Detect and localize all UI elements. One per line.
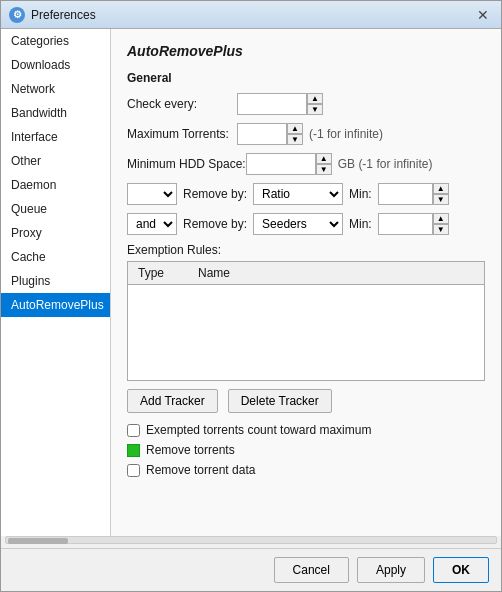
title-bar: ⚙ Preferences ✕	[1, 1, 501, 29]
min-down-1[interactable]: ▼	[433, 194, 449, 205]
min-input-1[interactable]: 1.000	[378, 183, 433, 205]
min-spinner-btns-2: ▲ ▼	[433, 213, 449, 235]
min-hdd-spinner: -1.000 ▲ ▼	[246, 153, 332, 175]
check-every-down[interactable]: ▼	[307, 104, 323, 115]
sidebar-item-daemon[interactable]: Daemon	[1, 173, 110, 197]
min-label-2: Min:	[349, 217, 372, 231]
apply-button[interactable]: Apply	[357, 557, 425, 583]
tracker-btn-row: Add Tracker Delete Tracker	[127, 389, 485, 413]
remove-row-1: Remove by: Ratio Seeders Min: 1.000 ▲ ▼	[127, 183, 485, 205]
scrollbar-area	[5, 536, 497, 544]
checkbox-row-3: Remove torrent data	[127, 463, 485, 477]
sidebar-item-proxy[interactable]: Proxy	[1, 221, 110, 245]
check-every-spinner-btns: ▲ ▼	[307, 93, 323, 115]
max-torrents-label: Maximum Torrents:	[127, 127, 237, 141]
cancel-button[interactable]: Cancel	[274, 557, 349, 583]
col-name: Name	[194, 264, 478, 282]
sidebar-item-plugins[interactable]: Plugins	[1, 269, 110, 293]
min-down-2[interactable]: ▼	[433, 224, 449, 235]
ok-button[interactable]: OK	[433, 557, 489, 583]
remove-torrent-data-label: Remove torrent data	[146, 463, 255, 477]
min-hdd-row: Minimum HDD Space: -1.000 ▲ ▼ GB (-1 for…	[127, 153, 485, 175]
exemption-table: Type Name	[127, 261, 485, 381]
min-label-1: Min:	[349, 187, 372, 201]
exemption-section: Exemption Rules: Type Name Add Tracker D…	[127, 243, 485, 477]
remove-prefix-select-1[interactable]	[127, 183, 177, 205]
sidebar-item-network[interactable]: Network	[1, 77, 110, 101]
remove-by-label-2: Remove by:	[183, 217, 247, 231]
checkbox-row-2: Remove torrents	[127, 443, 485, 457]
check-every-input[interactable]: 0.5000	[237, 93, 307, 115]
max-torrents-input[interactable]: -1	[237, 123, 287, 145]
sidebar-item-interface[interactable]: Interface	[1, 125, 110, 149]
min-hdd-unit: GB (-1 for infinite)	[338, 157, 433, 171]
min-hdd-input[interactable]: -1.000	[246, 153, 316, 175]
max-torrents-row: Maximum Torrents: -1 ▲ ▼ (-1 for infinit…	[127, 123, 485, 145]
check-every-up[interactable]: ▲	[307, 93, 323, 104]
exemption-table-header: Type Name	[128, 262, 484, 285]
min-spinner-btns-1: ▲ ▼	[433, 183, 449, 205]
remove-by-select-1[interactable]: Ratio Seeders	[253, 183, 343, 205]
remove-prefix-select-2[interactable]: and or	[127, 213, 177, 235]
min-hdd-up[interactable]: ▲	[316, 153, 332, 164]
check-every-label: Check every:	[127, 97, 237, 111]
checkbox-row-1: Exempted torrents count toward maximum	[127, 423, 485, 437]
preferences-window: ⚙ Preferences ✕ Categories Downloads Net…	[0, 0, 502, 592]
min-up-2[interactable]: ▲	[433, 213, 449, 224]
min-hdd-spinner-btns: ▲ ▼	[316, 153, 332, 175]
max-torrents-down[interactable]: ▼	[287, 134, 303, 145]
app-icon: ⚙	[9, 7, 25, 23]
footer: Cancel Apply OK	[1, 548, 501, 591]
window-title: Preferences	[31, 8, 473, 22]
remove-torrents-indicator	[127, 444, 140, 457]
main-content: Categories Downloads Network Bandwidth I…	[1, 29, 501, 536]
close-button[interactable]: ✕	[473, 5, 493, 25]
sidebar-item-cache[interactable]: Cache	[1, 245, 110, 269]
remove-torrent-data-checkbox[interactable]	[127, 464, 140, 477]
section-title: AutoRemovePlus	[127, 43, 485, 59]
min-hdd-down[interactable]: ▼	[316, 164, 332, 175]
exempted-torrents-label: Exempted torrents count toward maximum	[146, 423, 371, 437]
remove-by-label-1: Remove by:	[183, 187, 247, 201]
min-input-2[interactable]: 5.000	[378, 213, 433, 235]
min-spinner-1: 1.000 ▲ ▼	[378, 183, 449, 205]
sidebar-item-categories[interactable]: Categories	[1, 29, 110, 53]
exemption-label: Exemption Rules:	[127, 243, 485, 257]
sidebar-item-queue[interactable]: Queue	[1, 197, 110, 221]
col-type: Type	[134, 264, 194, 282]
sidebar-item-downloads[interactable]: Downloads	[1, 53, 110, 77]
scrollbar-thumb	[8, 538, 68, 544]
check-every-spinner: 0.5000 ▲ ▼	[237, 93, 323, 115]
min-up-1[interactable]: ▲	[433, 183, 449, 194]
sidebar: Categories Downloads Network Bandwidth I…	[1, 29, 111, 536]
add-tracker-button[interactable]: Add Tracker	[127, 389, 218, 413]
min-hdd-label: Minimum HDD Space:	[127, 157, 246, 171]
sidebar-item-bandwidth[interactable]: Bandwidth	[1, 101, 110, 125]
delete-tracker-button[interactable]: Delete Tracker	[228, 389, 332, 413]
max-torrents-hint: (-1 for infinite)	[309, 127, 383, 141]
remove-torrents-label: Remove torrents	[146, 443, 235, 457]
remove-by-select-2[interactable]: Ratio Seeders	[253, 213, 343, 235]
max-torrents-up[interactable]: ▲	[287, 123, 303, 134]
exempted-torrents-checkbox[interactable]	[127, 424, 140, 437]
check-every-row: Check every: 0.5000 ▲ ▼	[127, 93, 485, 115]
max-torrents-spinner-btns: ▲ ▼	[287, 123, 303, 145]
sidebar-item-other[interactable]: Other	[1, 149, 110, 173]
max-torrents-spinner: -1 ▲ ▼	[237, 123, 303, 145]
sidebar-item-autoremoveplus[interactable]: AutoRemovePlus	[1, 293, 110, 317]
min-spinner-2: 5.000 ▲ ▼	[378, 213, 449, 235]
group-label: General	[127, 71, 485, 85]
main-panel: AutoRemovePlus General Check every: 0.50…	[111, 29, 501, 536]
remove-row-2: and or Remove by: Ratio Seeders Min: 5.0…	[127, 213, 485, 235]
